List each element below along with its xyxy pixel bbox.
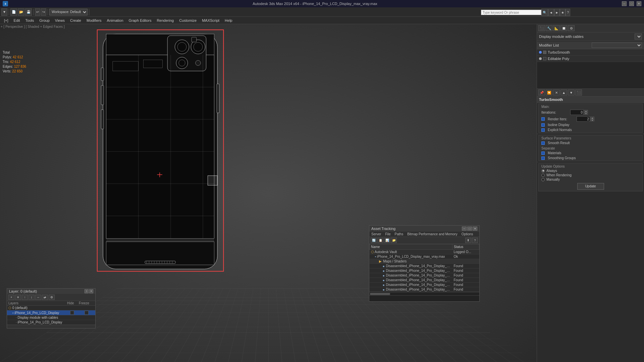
render-iters-up[interactable]: ▲ [590, 117, 594, 119]
at-tbtn-3[interactable]: 📊 [384, 238, 390, 243]
at-tbtn-r2[interactable]: ? [472, 238, 478, 243]
update-button[interactable]: Update [577, 183, 604, 190]
at-tbtn-4[interactable]: 📁 [391, 238, 397, 243]
turbosmooth-checkbox[interactable] [543, 51, 546, 54]
at-row-refract[interactable]: ■ Disassembled_iPhone_14_Pro_Display_Ref… [370, 283, 479, 287]
menu-help[interactable]: Help [222, 18, 235, 23]
at-row-normal[interactable]: ■ Disassembled_iPhone_14_Pro_Display_Nor… [370, 278, 479, 283]
lp-iphone-freeze-cb[interactable] [85, 311, 89, 315]
modifier-list-select[interactable] [592, 43, 642, 48]
lp-question-button[interactable]: ? [85, 289, 89, 293]
when-rendering-radio[interactable] [541, 174, 545, 177]
at-minimize-button[interactable]: ─ [462, 227, 467, 231]
at-row-specular[interactable]: ■ Disassembled_iPhone_14_Pro_Display_Spe… [370, 287, 479, 292]
menu-rendering[interactable]: Rendering [154, 18, 176, 23]
minimize-button[interactable]: ─ [622, 1, 627, 6]
iterations-input[interactable] [570, 110, 584, 115]
at-menu-paths[interactable]: Paths [393, 232, 406, 236]
lp-settings-button[interactable]: ⚙ [49, 295, 55, 300]
search-options-button[interactable]: ★ [560, 9, 566, 16]
maximize-button[interactable]: □ [629, 1, 634, 6]
at-menu-file[interactable]: File [383, 232, 392, 236]
pin-stack-button[interactable]: 📌 [538, 89, 545, 96]
at-menu-server[interactable]: Server [369, 232, 383, 236]
menu-views[interactable]: Views [52, 18, 67, 23]
rp-icon-1[interactable]: ⬛ [538, 25, 545, 31]
at-menu-bitmap[interactable]: Bitmap Performance and Memory [405, 232, 460, 236]
at-tbtn-1[interactable]: 🔄 [371, 238, 377, 243]
help-button[interactable]: ? [566, 9, 570, 16]
at-close-button[interactable]: ✕ [473, 227, 477, 231]
menu-animation[interactable]: Animation [104, 18, 126, 23]
at-row-glossiness[interactable]: ■ Disassembled_iPhone_14_Pro_Display_Glo… [370, 273, 479, 278]
at-row-fresnel[interactable]: ■ Disassembled_iPhone_14_Pro_Display_Fre… [370, 268, 479, 273]
manually-radio[interactable] [541, 178, 545, 181]
iterations-up[interactable]: ▲ [584, 110, 588, 112]
menu-graph-editors[interactable]: Graph Editors [126, 18, 154, 23]
redo-button[interactable]: ↪ [41, 8, 46, 16]
smoothing-groups-checkbox[interactable] [541, 157, 545, 160]
materials-checkbox[interactable] [541, 152, 545, 155]
open-button[interactable]: 📂 [18, 8, 24, 16]
render-iters-input[interactable] [577, 116, 590, 122]
lp-row-default[interactable]: ⬡ 0 (default) [7, 306, 95, 310]
search-button[interactable]: 🔍 [541, 9, 548, 16]
at-tbtn-2[interactable]: 📋 [377, 238, 383, 243]
search-next-button[interactable]: ► [554, 9, 560, 16]
at-menu-options[interactable]: Options [460, 232, 475, 236]
isoline-checkbox[interactable] [541, 123, 545, 127]
menu-tools[interactable]: Tools [23, 18, 37, 23]
rp-icon-3[interactable]: 📐 [553, 25, 560, 31]
lp-add-button[interactable]: + [8, 295, 14, 300]
modifier-dropdown[interactable] [635, 34, 642, 40]
lp-move4-button[interactable]: ⇄ [42, 295, 48, 300]
pin2-button[interactable]: 🔽 [546, 89, 552, 96]
new-button[interactable]: 📄 [10, 8, 17, 16]
iterations-down[interactable]: ▼ [584, 112, 588, 115]
at-scrollbar[interactable] [369, 292, 479, 295]
save-button[interactable]: 💾 [25, 8, 32, 16]
menu-maxscript[interactable]: MAXScript [199, 18, 222, 23]
menu-edit[interactable]: Edit [11, 18, 23, 23]
always-radio[interactable] [541, 169, 545, 173]
at-tbtn-r1[interactable]: ⬆ [465, 238, 471, 243]
lp-move3-button[interactable]: ↔ [35, 295, 41, 300]
lp-iphone-hide-cb[interactable] [70, 311, 74, 315]
lp-close-button[interactable]: ✕ [89, 289, 93, 293]
menu-create[interactable]: Create [67, 18, 84, 23]
close-button[interactable]: ✕ [637, 1, 641, 6]
smooth-result-checkbox[interactable] [541, 141, 545, 145]
menu-file[interactable]: [+] [1, 18, 11, 23]
delete-modifier-button[interactable]: ✕ [553, 89, 560, 96]
config-button[interactable]: ⬛ [575, 89, 582, 96]
explicit-normals-checkbox[interactable] [541, 128, 545, 132]
at-row-folder[interactable]: ▶ Maps / Shaders [370, 259, 479, 264]
undo-button[interactable]: ↩ [35, 8, 40, 16]
at-row-vault[interactable]: ⬡ Autodesk Vault Logged O... [370, 250, 479, 254]
menu-customize[interactable]: Customize [176, 18, 199, 23]
at-maximize-button[interactable]: □ [467, 227, 472, 231]
rp-icon-5[interactable]: ⚙ [568, 25, 575, 31]
at-row-file[interactable]: ▪ iPhone_14_Pro_LCD_Display_max_vray.max… [370, 254, 479, 259]
search-prev-button[interactable]: ◄ [548, 9, 554, 16]
editable-poly-checkbox[interactable] [543, 57, 546, 60]
lp-delete-button[interactable]: ✕ [15, 295, 21, 300]
move-down-button[interactable]: ▼ [568, 89, 575, 96]
move-up-button[interactable]: ▲ [560, 89, 567, 96]
at-row-diffuse[interactable]: ■ Disassembled_iPhone_14_Pro_Display_Dif… [370, 264, 479, 268]
lp-row-display-module[interactable]: · Display module with cables [7, 315, 95, 320]
modifier-turbosmooth[interactable]: TurboSmooth [537, 49, 644, 56]
render-iters-down[interactable]: ▼ [590, 119, 594, 121]
lp-move-button[interactable]: ↑ [22, 295, 28, 300]
lp-scrollbar[interactable] [7, 325, 95, 328]
workspace-selector[interactable]: Workspace: Default [49, 9, 88, 15]
menu-modifiers[interactable]: Modifiers [84, 18, 104, 23]
app-menu-button[interactable]: ▼ [1, 8, 7, 16]
lp-row-iphone2[interactable]: · iPhone_14_Pro_LCD_Display [7, 320, 95, 325]
search-input[interactable] [481, 10, 541, 15]
lp-move2-button[interactable]: ↕ [29, 295, 35, 300]
render-iters-checkbox[interactable] [541, 117, 545, 121]
menu-group[interactable]: Group [37, 18, 52, 23]
lp-row-iphone[interactable]: ▪ iPhone_14_Pro_LCD_Display [7, 310, 95, 315]
modifier-editable-poly[interactable]: Editable Poly [537, 56, 644, 62]
